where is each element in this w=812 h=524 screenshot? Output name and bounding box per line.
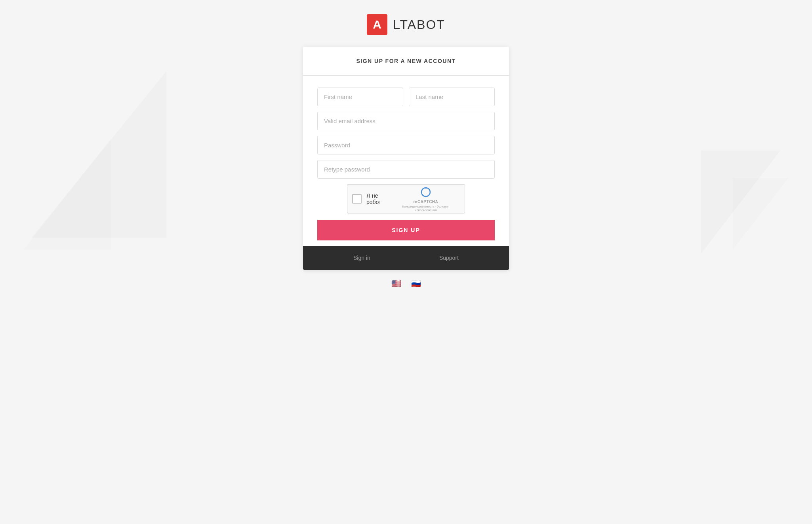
card-title: SIGN UP FOR A NEW ACCOUNT xyxy=(311,58,501,64)
bg-decoration-left2 xyxy=(24,139,111,250)
email-input[interactable] xyxy=(317,112,495,130)
recaptcha-links-text: Конфиденциальность · Условия использован… xyxy=(393,205,459,212)
card-body: Я не робот reCAPTCHA Конфиденциальность … xyxy=(303,76,509,240)
support-link[interactable]: Support xyxy=(439,255,459,261)
recaptcha-left: Я не робот xyxy=(352,192,393,205)
logo-box: A xyxy=(367,14,387,35)
signup-button[interactable]: SIGN UP xyxy=(317,220,495,240)
recaptcha-checkbox[interactable] xyxy=(352,194,362,204)
language-selector: 🇺🇸 🇷🇺 xyxy=(390,279,422,288)
app-name: LTABOT xyxy=(393,17,445,32)
recaptcha-brand-text: reCAPTCHA xyxy=(413,200,438,204)
last-name-input[interactable] xyxy=(409,88,495,106)
recaptcha-widget[interactable]: Я не робот reCAPTCHA Конфиденциальность … xyxy=(347,184,465,213)
first-name-input[interactable] xyxy=(317,88,403,106)
signup-card: SIGN UP FOR A NEW ACCOUNT Я не робот xyxy=(303,47,509,270)
recaptcha-label: Я не робот xyxy=(366,192,393,205)
logo-letter: A xyxy=(373,18,381,31)
signin-link[interactable]: Sign in xyxy=(353,255,370,261)
recaptcha-right: reCAPTCHA Конфиденциальность · Условия и… xyxy=(393,186,459,212)
name-row xyxy=(317,88,495,106)
bg-decoration-right2 xyxy=(733,178,788,250)
recaptcha-logo-icon xyxy=(419,186,432,199)
retype-password-input[interactable] xyxy=(317,160,495,179)
english-flag[interactable]: 🇺🇸 xyxy=(390,279,402,288)
app-header: A LTABOT xyxy=(367,14,445,35)
card-footer: Sign in Support xyxy=(303,246,509,270)
password-input[interactable] xyxy=(317,136,495,154)
russian-flag[interactable]: 🇷🇺 xyxy=(410,279,422,288)
card-header: SIGN UP FOR A NEW ACCOUNT xyxy=(303,47,509,76)
